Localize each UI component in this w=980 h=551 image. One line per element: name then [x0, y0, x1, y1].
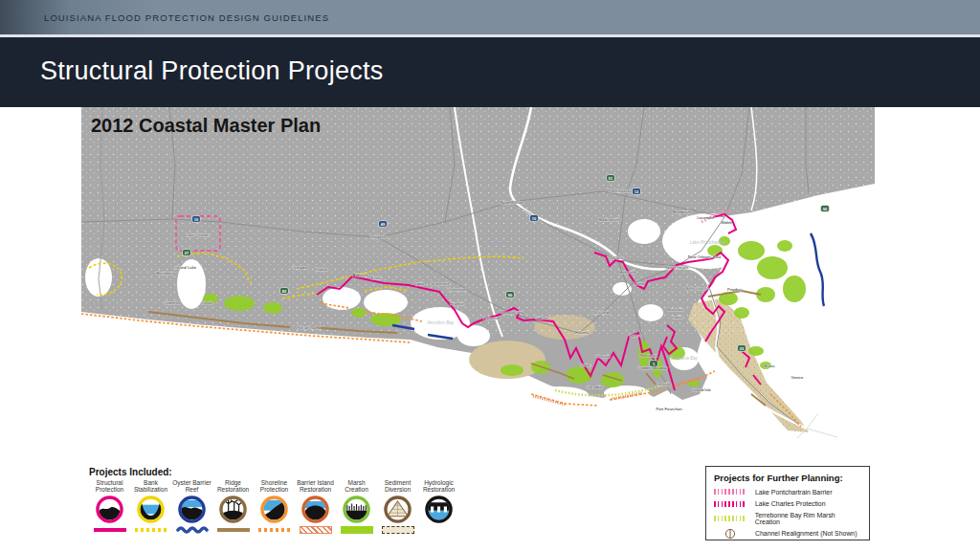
planning-items: Lake Pontchartrain Barrier Lake Charles …: [714, 488, 861, 538]
svg-text:90: 90: [823, 207, 828, 211]
town-label: Grand Lake: [175, 265, 197, 270]
highway-shield: 90: [821, 206, 830, 212]
sediment-icon: [384, 496, 412, 523]
town-label: Gueydan: [292, 265, 309, 270]
svg-text:12: 12: [635, 189, 639, 194]
town-label: Venice: [791, 375, 805, 380]
town-label: New Orleans: [665, 265, 689, 270]
legend-projects-included: Projects Included: Structural Protection…: [89, 467, 468, 535]
town-label: Lydia: [414, 281, 425, 286]
ridge-icon: [219, 496, 247, 523]
title-band: Structural Protection Projects: [0, 37, 980, 107]
town-label: Hahnville: [619, 270, 636, 275]
planning-title: Projects for Further Planning:: [714, 473, 861, 483]
legend-item-swatch: [93, 525, 127, 535]
legend-item-label: Ridge Restoration: [212, 479, 254, 495]
town-label: Chauvin: [595, 354, 611, 359]
planning-item: Lake Charles Protection: [714, 500, 861, 508]
town-label: Raceland: [591, 310, 610, 315]
highway-shield: 51: [607, 175, 615, 182]
planning-item: Channel Realignment (Not Shown): [714, 530, 861, 538]
legend-item: Barrier Island Restoration: [295, 479, 336, 535]
town-label: Kaplan: [315, 267, 328, 272]
legend-item: Sediment Diversion: [377, 479, 418, 535]
town-label: Cameron: [164, 300, 181, 305]
legend-included-items: Structural Protection Bank Stabilization…: [89, 479, 468, 535]
svg-text:82: 82: [282, 289, 287, 294]
town-label: Ponchatoula: [609, 188, 633, 193]
planning-item-label: Lake Charles Protection: [755, 500, 826, 507]
highway-shield: 10: [192, 216, 201, 223]
town-label: Jeanerette: [431, 281, 451, 286]
town-label: Luling: [634, 281, 645, 286]
legend-item-label: Marsh Creation: [336, 479, 377, 495]
highway-shield: 82: [280, 288, 289, 295]
water-label: Barataria Bay: [671, 356, 699, 361]
legend-item-swatch: [299, 525, 333, 535]
legend-item: Hydrologic Restoration: [418, 479, 459, 535]
coastal-master-plan-map: Lake PontchartrainVermilion BayBarataria…: [81, 107, 875, 440]
town-label: Franklin: [450, 301, 465, 306]
highway-shield: 27: [183, 250, 191, 256]
town-label: Cocodrie: [586, 385, 603, 389]
town-label: Montegut: [640, 353, 658, 358]
town-label: Patterson: [483, 316, 501, 320]
legend-item-swatch: [340, 525, 374, 535]
highway-shield: 49: [379, 221, 388, 228]
town-label: New Orleans East: [688, 254, 722, 259]
town-label: Gibson: [535, 316, 548, 320]
legend-item-swatch: [216, 525, 251, 535]
town-label: Port Fourchon: [656, 407, 682, 411]
town-label: Dulac: [581, 363, 592, 367]
water-label: Vermilion Bay: [427, 320, 455, 325]
legend-item: Shoreline Protection: [254, 479, 295, 535]
town-label: Belle Chasse: [685, 286, 710, 291]
legend-item: Ridge Restoration: [212, 479, 254, 535]
town-label: Lafitte: [672, 315, 683, 320]
slide-title: Structural Protection Projects: [0, 37, 980, 86]
town-label: Abbeville: [352, 273, 369, 277]
svg-text:10: 10: [194, 217, 199, 222]
bank-icon: [137, 496, 165, 523]
town-label: Lafayette: [369, 234, 387, 239]
planning-item-swatch: [714, 515, 748, 522]
town-label: Pecan Island: [298, 325, 322, 330]
legend-item-swatch: [381, 525, 415, 535]
legend-item: Marsh Creation: [336, 479, 377, 535]
town-label: Poydras: [727, 287, 743, 292]
legend-item: Oyster Barrier Reef: [171, 479, 212, 535]
channel-realignment-icon: [724, 528, 737, 540]
header-band: LOUISIANA FLOOD PROTECTION DESIGN GUIDEL…: [0, 0, 980, 34]
town-label: Houma: [575, 330, 589, 335]
highway-shield: 12: [633, 188, 641, 195]
water-label: Lake Pontchartrain: [690, 240, 727, 245]
legend-item-swatch: [134, 525, 168, 535]
town-label: Slidell: [721, 220, 732, 225]
map-art: [81, 107, 875, 440]
legend-item-label: Sediment Diversion: [377, 479, 418, 495]
highway-shield: 90: [506, 292, 515, 298]
legend-item-label: Barrier Island Restoration: [295, 479, 336, 495]
legend-included-title: Projects Included:: [89, 467, 468, 477]
planning-item-swatch: [714, 500, 748, 508]
legend-item-swatch: [257, 525, 292, 535]
town-label: Lake Charles: [186, 232, 210, 237]
oyster-icon: [178, 496, 206, 523]
svg-text:49: 49: [381, 222, 386, 227]
legend-further-planning: Projects for Further Planning: Lake Pont…: [705, 466, 870, 540]
barrier-icon: [301, 496, 329, 523]
map-title: 2012 Coastal Master Plan: [91, 115, 321, 136]
legend-item-swatch: [422, 525, 457, 535]
planning-item: Lake Pontchartrain Barrier: [714, 488, 861, 496]
slide: LOUISIANA FLOOD PROTECTION DESIGN GUIDEL…: [0, 0, 980, 551]
hydrologic-icon: [425, 496, 453, 523]
svg-text:51: 51: [609, 176, 613, 181]
town-label: Charenton: [447, 287, 467, 292]
legend-item: Bank Stabilization: [130, 479, 171, 535]
town-label: Grand Isle: [692, 387, 711, 392]
structural-icon: [96, 496, 123, 523]
planning-item-swatch: [714, 488, 748, 496]
town-label: Buras: [764, 364, 774, 368]
svg-text:23: 23: [740, 346, 745, 351]
town-label: Golden Meadow: [637, 365, 668, 370]
